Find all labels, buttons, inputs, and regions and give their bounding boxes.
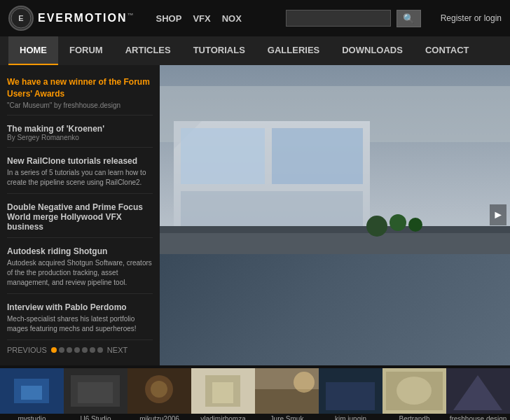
nav-contact[interactable]: CONTACT (414, 36, 481, 65)
gallery-thumb-3[interactable]: mikutzu2006 (127, 368, 191, 420)
gallery-label-8: freshhouse.design (446, 414, 510, 420)
logo-text: EVERMOTION™ (38, 12, 135, 24)
gallery-thumb-8[interactable]: freshhouse.design (446, 368, 510, 420)
sidebar-article-4[interactable]: Double Negative and Prime Focus World me… (7, 194, 153, 238)
dot-6[interactable] (90, 347, 95, 353)
nav-galleries[interactable]: GALLERIES (256, 36, 331, 65)
svg-rect-27 (255, 389, 319, 414)
sidebar-article-3[interactable]: New RailClone tutorials released In a se… (7, 148, 153, 194)
article-4-title: Double Negative and Prime Focus World me… (7, 202, 153, 232)
top-nav-shop[interactable]: SHOP (156, 13, 182, 24)
gallery-label-5: Jure Smuk (255, 414, 319, 420)
search-area: 🔍 (286, 10, 421, 27)
svg-point-12 (390, 214, 406, 231)
svg-point-11 (366, 216, 387, 237)
gallery-thumb-6[interactable]: kim jungin (319, 368, 382, 420)
content-area: We have a new winner of the Forum Users'… (0, 65, 510, 365)
next-button[interactable]: NEXT (107, 346, 127, 354)
gallery-label-6: kim jungin (319, 414, 382, 420)
article-5-desc: Autodesk acquired Shotgun Software, crea… (7, 258, 153, 288)
gallery-label-1: mvstudio (0, 414, 64, 420)
nav-forum[interactable]: FORUM (58, 36, 114, 65)
gallery-label-3: mikutzu2006 (127, 414, 191, 420)
svg-rect-25 (212, 382, 233, 403)
nav-articles[interactable]: ARTICLES (114, 36, 182, 65)
gallery-strip: mvstudio U6 Studio mikutzu2006 vladimirh… (0, 365, 510, 420)
article-3-title: New RailClone tutorials released (7, 156, 153, 166)
svg-point-22 (151, 381, 167, 398)
register-link[interactable]: Register or login (441, 13, 502, 23)
main-navigation: HOME FORUM ARTICLES TUTORIALS GALLERIES … (0, 36, 510, 65)
dot-7[interactable] (97, 347, 103, 353)
logo-icon: E (8, 6, 34, 31)
article-3-desc: In a series of 5 tutorials you can learn… (7, 168, 153, 188)
dot-1[interactable] (51, 347, 57, 353)
sidebar-article-5[interactable]: Autodesk riding Shotgun Autodesk acquire… (7, 238, 153, 294)
hero-image (160, 65, 510, 254)
article-2-sub: By Sergey Romanenko (7, 134, 153, 141)
prev-button[interactable]: PREVIOUS (7, 346, 47, 354)
sidebar: We have a new winner of the Forum Users'… (0, 65, 160, 365)
svg-rect-19 (78, 382, 113, 403)
gallery-thumb-4[interactable]: vladimirhomza (191, 368, 255, 420)
svg-rect-7 (272, 128, 363, 184)
svg-rect-30 (326, 382, 375, 410)
hero-next-button[interactable]: ► (490, 204, 506, 225)
dot-2[interactable] (59, 347, 64, 353)
dot-3[interactable] (67, 347, 72, 353)
top-navigation: SHOP VFX NOX (156, 13, 242, 24)
article-6-desc: Mech-specialist shares his latest portfo… (7, 314, 153, 334)
gallery-thumb-2[interactable]: U6 Studio (64, 368, 127, 420)
gallery-thumb-5[interactable]: Jure Smuk (255, 368, 319, 420)
top-nav-nox[interactable]: NOX (222, 13, 242, 24)
slideshow-controls: PREVIOUS NEXT (7, 340, 153, 360)
gallery-label-2: U6 Studio (64, 414, 127, 420)
gallery-thumb-1[interactable]: mvstudio (0, 368, 64, 420)
svg-point-33 (397, 377, 432, 405)
top-nav-vfx[interactable]: VFX (193, 13, 210, 24)
svg-text:E: E (18, 14, 23, 22)
nav-downloads[interactable]: DOWNLOADS (331, 36, 414, 65)
search-input[interactable] (286, 10, 391, 27)
sidebar-article-6[interactable]: Interview with Pablo Perdomo Mech-specia… (7, 294, 153, 340)
svg-rect-6 (181, 128, 265, 184)
svg-point-13 (408, 218, 422, 232)
svg-point-28 (294, 372, 315, 393)
logo[interactable]: E EVERMOTION™ (8, 6, 135, 31)
slide-dots (51, 347, 103, 353)
nav-home[interactable]: HOME (8, 36, 58, 65)
search-button[interactable]: 🔍 (397, 10, 421, 27)
gallery-thumb-7[interactable]: Bertrandb (382, 368, 446, 420)
nav-tutorials[interactable]: TUTORIALS (182, 36, 256, 65)
article-5-title: Autodesk riding Shotgun (7, 246, 153, 256)
article-6-title: Interview with Pablo Perdomo (7, 302, 153, 312)
sidebar-article-2[interactable]: The making of 'Kroenen' By Sergey Romane… (7, 115, 153, 148)
article-2-title: The making of 'Kroenen' (7, 124, 153, 134)
svg-rect-10 (160, 233, 510, 254)
sidebar-article-1[interactable]: We have a new winner of the Forum Users'… (7, 71, 153, 115)
hero-area: ► (160, 65, 510, 365)
svg-rect-16 (21, 386, 42, 400)
article-1-sub: "Car Museum" by freshhouse.design (7, 102, 153, 109)
dot-5[interactable] (82, 347, 88, 353)
dot-4[interactable] (74, 347, 80, 353)
gallery-label-4: vladimirhomza (191, 414, 255, 420)
article-1-title: We have a new winner of the Forum Users'… (7, 76, 153, 100)
gallery-label-7: Bertrandb (382, 414, 446, 420)
